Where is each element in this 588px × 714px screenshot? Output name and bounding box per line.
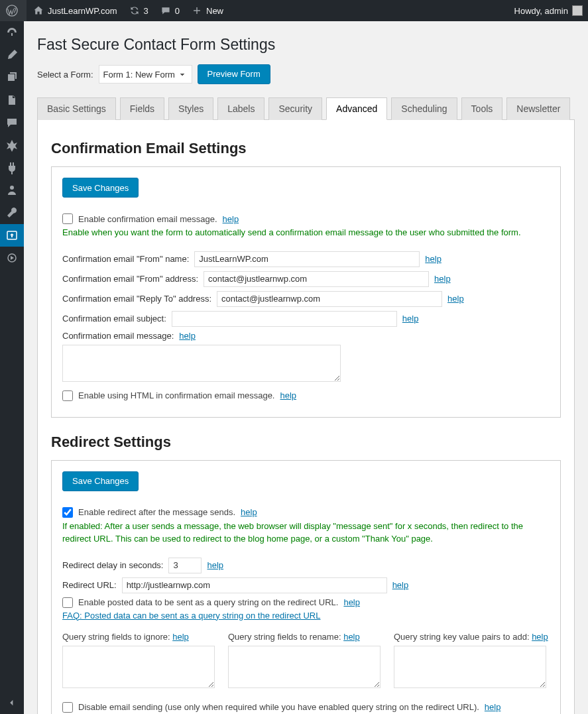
redirect-url-label: Redirect URL:	[62, 580, 117, 590]
tab-styles[interactable]: Styles	[168, 97, 213, 120]
enable-querystring-label: Enable posted data to be sent as a query…	[78, 597, 338, 607]
form-select-label: Select a Form:	[37, 70, 93, 80]
qs-ignore-textarea[interactable]	[62, 646, 215, 688]
help-link[interactable]: help	[343, 632, 360, 642]
menu-plugins[interactable]	[0, 156, 24, 179]
redirect-description: If enabled: After a user sends a message…	[62, 520, 550, 546]
enable-redirect-checkbox[interactable]	[62, 507, 73, 518]
faq-querystring-link[interactable]: FAQ: Posted data can be sent as a query …	[62, 611, 321, 621]
menu-users[interactable]	[0, 179, 24, 202]
help-link[interactable]: help	[343, 597, 360, 607]
admin-bar-left: JustLearnWP.com 3 0 New	[0, 0, 229, 21]
save-changes-button-2[interactable]: Save Changes	[62, 471, 139, 491]
updates-link[interactable]: 3	[123, 0, 154, 21]
redirect-delay-input[interactable]	[168, 558, 202, 573]
form-selector-row: Select a Form: Form 1: New Form Preview …	[37, 64, 575, 84]
plus-icon	[190, 4, 204, 17]
howdy-prefix: Howdy,	[514, 6, 542, 16]
subject-input[interactable]	[172, 311, 397, 327]
menu-appearance[interactable]	[0, 134, 24, 156]
qs-rename-textarea[interactable]	[228, 646, 381, 688]
wp-logo[interactable]	[0, 0, 27, 21]
from-address-label: Confirmation email "From" address:	[62, 274, 198, 284]
help-link[interactable]: help	[447, 294, 464, 304]
disable-email-label: Disable email sending (use only when req…	[78, 702, 479, 712]
help-link[interactable]: help	[532, 632, 548, 642]
collapse-menu[interactable]	[0, 691, 24, 714]
qs-ignore-label: Query string fields to ignore:	[62, 632, 170, 642]
qs-kv-textarea[interactable]	[394, 646, 546, 688]
menu-dashboard[interactable]	[0, 21, 24, 44]
from-address-input[interactable]	[204, 271, 429, 287]
new-content-link[interactable]: New	[185, 0, 229, 21]
avatar	[572, 5, 583, 16]
tab-tools[interactable]: Tools	[461, 97, 503, 120]
site-name-link[interactable]: JustLearnWP.com	[27, 0, 123, 21]
help-link[interactable]: help	[223, 214, 239, 224]
admin-menu	[0, 21, 24, 714]
comment-icon	[159, 4, 172, 17]
comments-link[interactable]: 0	[154, 0, 185, 21]
help-link[interactable]: help	[241, 507, 257, 517]
page-title: Fast Secure Contact Form Settings	[37, 36, 575, 54]
my-account-link[interactable]: Howdy, admin	[509, 0, 588, 21]
wordpress-icon	[5, 4, 19, 17]
qs-kv-label: Query string key value pairs to add:	[394, 632, 530, 642]
subject-label: Confirmation email subject:	[62, 314, 166, 324]
from-name-input[interactable]	[194, 251, 420, 267]
enable-querystring-checkbox[interactable]	[62, 597, 73, 608]
tab-scheduling[interactable]: Scheduling	[391, 97, 457, 120]
enable-confirmation-checkbox[interactable]	[62, 213, 73, 224]
help-link[interactable]: help	[392, 580, 409, 590]
help-link[interactable]: help	[179, 331, 196, 341]
help-link[interactable]: help	[402, 314, 419, 324]
help-link[interactable]: help	[425, 254, 441, 264]
reply-to-label: Confirmation email "Reply To" address:	[62, 294, 211, 304]
help-link[interactable]: help	[172, 632, 189, 642]
redirect-heading: Redirect Settings	[51, 434, 561, 451]
confirmation-heading: Confirmation Email Settings	[51, 140, 561, 157]
tab-basic-settings[interactable]: Basic Settings	[37, 97, 116, 120]
site-name: JustLearnWP.com	[48, 6, 117, 16]
help-link[interactable]: help	[485, 702, 501, 712]
menu-pages[interactable]	[0, 89, 24, 111]
main-content: Fast Secure Contact Form Settings Select…	[24, 0, 588, 714]
reply-to-input[interactable]	[217, 291, 442, 307]
menu-media[interactable]	[0, 66, 24, 89]
menu-generic[interactable]	[0, 247, 24, 269]
help-link[interactable]: help	[280, 390, 297, 400]
save-changes-button[interactable]: Save Changes	[62, 178, 139, 198]
comments-count: 0	[175, 6, 180, 16]
from-name-label: Confirmation email "From" name:	[62, 254, 189, 264]
menu-comments[interactable]	[0, 111, 24, 134]
redirect-url-input[interactable]	[122, 577, 387, 593]
redirect-settings-box: Save Changes Enable redirect after the m…	[51, 460, 561, 714]
tab-labels[interactable]: Labels	[217, 97, 265, 120]
preview-form-button[interactable]: Preview Form	[198, 64, 270, 84]
tab-newsletter[interactable]: Newsletter	[506, 97, 570, 120]
enable-redirect-label: Enable redirect after the message sends.	[78, 507, 235, 517]
update-icon	[128, 4, 141, 17]
tab-panel-advanced: Confirmation Email Settings Save Changes…	[37, 120, 575, 714]
admin-bar-right: Howdy, admin	[509, 0, 588, 21]
message-label: Confirmation email message:	[62, 331, 174, 341]
menu-posts[interactable]	[0, 44, 24, 66]
help-link[interactable]: help	[207, 560, 223, 570]
tab-fields[interactable]: Fields	[120, 97, 164, 120]
updates-count: 3	[144, 6, 148, 16]
help-link[interactable]: help	[434, 274, 451, 284]
confirmation-description: Enable when you want the form to automat…	[62, 227, 550, 239]
tab-security[interactable]: Security	[268, 97, 322, 120]
qs-rename-label: Query string fields to rename:	[228, 632, 341, 642]
new-label: New	[206, 6, 223, 16]
home-icon	[32, 4, 45, 17]
disable-email-checkbox[interactable]	[62, 702, 73, 713]
menu-settings[interactable]	[0, 224, 24, 247]
message-textarea[interactable]	[62, 345, 341, 382]
menu-tools[interactable]	[0, 202, 24, 224]
form-select[interactable]: Form 1: New Form	[99, 65, 192, 84]
tab-advanced[interactable]: Advanced	[326, 97, 387, 120]
enable-html-checkbox[interactable]	[62, 390, 73, 401]
enable-html-label: Enable using HTML in confirmation email …	[78, 390, 275, 400]
admin-bar: JustLearnWP.com 3 0 New Howdy, admin	[0, 0, 588, 21]
